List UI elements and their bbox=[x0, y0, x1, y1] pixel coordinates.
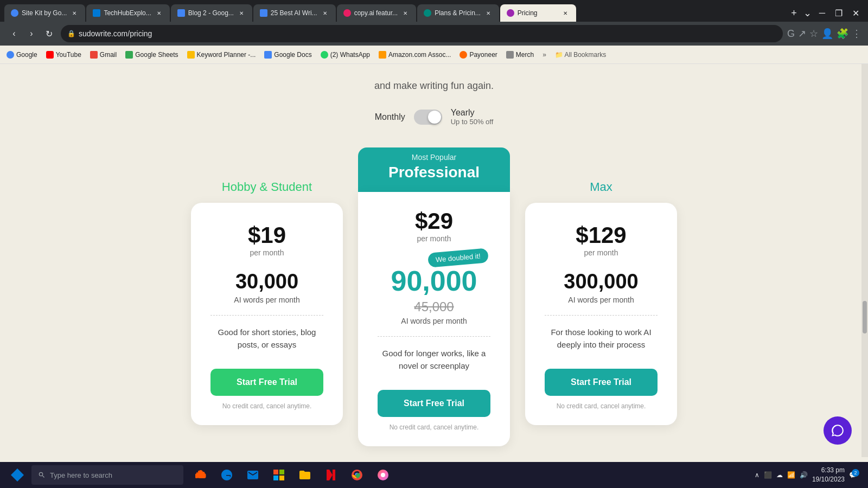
yearly-info: Yearly Up to 50% off bbox=[451, 108, 494, 126]
svg-rect-2 bbox=[273, 476, 278, 480]
chat-button[interactable] bbox=[824, 416, 852, 445]
profile-icon[interactable]: 👤 bbox=[821, 28, 833, 40]
taskbar: Type here to search bbox=[0, 462, 868, 488]
tab-blog2[interactable]: Blog 2 - Goog... ✕ bbox=[171, 4, 252, 22]
tab-bar: Site Kit by Go... ✕ TechHubExplo... ✕ Bl… bbox=[0, 0, 868, 22]
max-period: per month bbox=[584, 248, 618, 257]
tab-copyai[interactable]: copy.ai featur... ✕ bbox=[337, 4, 417, 22]
more-bookmarks[interactable]: » bbox=[542, 51, 546, 59]
yearly-discount: Up to 50% off bbox=[451, 118, 494, 126]
max-plan-title: Max bbox=[590, 180, 612, 194]
svg-point-9 bbox=[381, 473, 385, 477]
chevron-up-icon[interactable]: ∧ bbox=[755, 471, 760, 479]
svg-rect-1 bbox=[279, 470, 284, 474]
tab-25best[interactable]: 25 Best AI Wri... ✕ bbox=[253, 4, 336, 22]
tab-pricing[interactable]: Pricing ✕ bbox=[500, 4, 576, 22]
back-button[interactable]: ‹ bbox=[7, 26, 22, 41]
billing-toggle-switch[interactable] bbox=[414, 110, 442, 125]
share-icon[interactable]: ↗ bbox=[798, 28, 806, 40]
professional-words-wrapper: We doubled it! 90,000 45,000 bbox=[391, 256, 477, 317]
hobby-plan-title: Hobby & Student bbox=[222, 180, 312, 194]
scrollbar[interactable] bbox=[861, 64, 868, 457]
new-tab-button[interactable]: + bbox=[789, 5, 799, 21]
extensions-icon[interactable]: 🧩 bbox=[837, 28, 848, 40]
search-icon bbox=[38, 471, 46, 479]
taskbar-app-camera[interactable] bbox=[371, 463, 395, 487]
tab-close-blog2[interactable]: ✕ bbox=[237, 9, 246, 17]
taskbar-app-mail[interactable] bbox=[241, 463, 265, 487]
professional-price: $29 bbox=[415, 208, 453, 234]
professional-words-old: 45,000 bbox=[414, 299, 454, 314]
most-popular-label: Most Popular bbox=[369, 153, 499, 162]
url-display: sudowrite.com/pricing bbox=[79, 29, 152, 38]
tab-close-plans[interactable]: ✕ bbox=[484, 9, 493, 17]
taskbar-app-store[interactable] bbox=[267, 463, 291, 487]
tab-actions: + ⌄ bbox=[789, 5, 814, 21]
browser-actions: G ↗ ☆ 👤 🧩 ⋮ bbox=[787, 28, 861, 40]
taskbar-app-edge[interactable] bbox=[215, 463, 239, 487]
professional-words-label: AI words per month bbox=[378, 317, 490, 337]
bookmarks-bar: Google YouTube Gmail Google Sheets Keywo… bbox=[0, 46, 868, 64]
bookmark-gdocs[interactable]: Google Docs bbox=[264, 51, 311, 59]
bookmark-gmail[interactable]: Gmail bbox=[90, 51, 117, 59]
taskbar-search[interactable]: Type here to search bbox=[31, 465, 183, 485]
bookmark-gsheets[interactable]: Google Sheets bbox=[125, 51, 178, 59]
taskbar-app-chrome[interactable] bbox=[345, 463, 369, 487]
bookmark-youtube[interactable]: YouTube bbox=[46, 51, 81, 59]
bookmark-google[interactable]: Google bbox=[7, 51, 37, 59]
max-plan-card: $129 per month 300,000 AI words per mont… bbox=[525, 203, 677, 425]
address-box[interactable]: 🔒 sudowrite.com/pricing bbox=[61, 25, 783, 42]
taskbar-app-explorer[interactable] bbox=[293, 463, 317, 487]
forward-button[interactable]: › bbox=[24, 26, 39, 41]
hobby-description: Good for short stories, blog posts, or e… bbox=[210, 326, 323, 354]
taskbar-app-netflix[interactable] bbox=[319, 463, 343, 487]
bookmark-whatsapp[interactable]: (2) WhatsApp bbox=[321, 51, 370, 59]
professional-no-credit: No credit card, cancel anytime. bbox=[390, 423, 479, 431]
tab-plans[interactable]: Plans & Pricin... ✕ bbox=[417, 4, 499, 22]
chat-icon bbox=[831, 423, 845, 438]
google-account-icon[interactable]: G bbox=[787, 28, 795, 40]
bookmark-kw[interactable]: Keyword Planner -... bbox=[187, 51, 256, 59]
tab-close-copyai[interactable]: ✕ bbox=[401, 9, 410, 17]
tab-close-techub[interactable]: ✕ bbox=[155, 9, 163, 17]
page-tagline: and make writing fun again. bbox=[374, 80, 494, 92]
pricing-cards: Hobby & Student $19 per month 30,000 AI … bbox=[0, 147, 868, 446]
max-price: $129 bbox=[576, 222, 626, 248]
all-bookmarks[interactable]: 📁 All Bookmarks bbox=[555, 51, 606, 59]
taskbar-icon-2: ☁ bbox=[776, 471, 783, 479]
clock: 6:33 pm 19/10/2023 bbox=[812, 466, 845, 484]
hobby-no-credit: No credit card, cancel anytime. bbox=[222, 402, 312, 410]
professional-plan-card: $29 per month We doubled it! 90,000 45,0… bbox=[358, 192, 510, 446]
max-cta-button[interactable]: Start Free Trial bbox=[545, 369, 658, 396]
bookmark-amazon[interactable]: Amazon.com Assoc... bbox=[379, 51, 451, 59]
taskbar-app-soundcloud[interactable] bbox=[189, 463, 213, 487]
start-button[interactable] bbox=[4, 462, 30, 488]
bookmark-merch[interactable]: Merch bbox=[506, 51, 534, 59]
tab-close-sitekit[interactable]: ✕ bbox=[70, 9, 79, 17]
bookmark-icon[interactable]: ☆ bbox=[809, 28, 818, 40]
tab-close-25best[interactable]: ✕ bbox=[321, 9, 329, 17]
minimize-button[interactable]: ─ bbox=[815, 6, 829, 20]
monthly-label: Monthly bbox=[375, 112, 405, 122]
refresh-button[interactable]: ↻ bbox=[41, 26, 56, 41]
hobby-cta-button[interactable]: Start Free Trial bbox=[210, 369, 323, 396]
maximize-button[interactable]: ❐ bbox=[831, 6, 847, 21]
tab-close-pricing[interactable]: ✕ bbox=[561, 9, 570, 17]
svg-rect-4 bbox=[327, 470, 329, 480]
system-tray: ∧ ⬛ ☁ 📶 🔊 6:33 pm 19/10/2023 💬 2 bbox=[755, 466, 864, 484]
hobby-price: $19 bbox=[248, 222, 286, 248]
hobby-period: per month bbox=[250, 248, 284, 257]
tab-overflow-button[interactable]: ⌄ bbox=[801, 5, 814, 21]
lock-icon: 🔒 bbox=[67, 30, 75, 37]
svg-rect-3 bbox=[279, 476, 284, 480]
volume-icon[interactable]: 🔊 bbox=[800, 471, 808, 479]
notification-icon[interactable]: 💬 2 bbox=[849, 471, 857, 479]
professional-words: 90,000 bbox=[391, 265, 477, 297]
settings-icon[interactable]: ⋮ bbox=[852, 28, 861, 40]
tab-techub[interactable]: TechHubExplo... ✕ bbox=[86, 4, 169, 22]
bookmark-payoneer[interactable]: Payoneer bbox=[459, 51, 497, 59]
close-button[interactable]: ✕ bbox=[848, 6, 864, 21]
professional-cta-button[interactable]: Start Free Trial bbox=[378, 390, 490, 417]
scrollbar-thumb[interactable] bbox=[863, 301, 867, 333]
tab-sitekit[interactable]: Site Kit by Go... ✕ bbox=[4, 4, 85, 22]
